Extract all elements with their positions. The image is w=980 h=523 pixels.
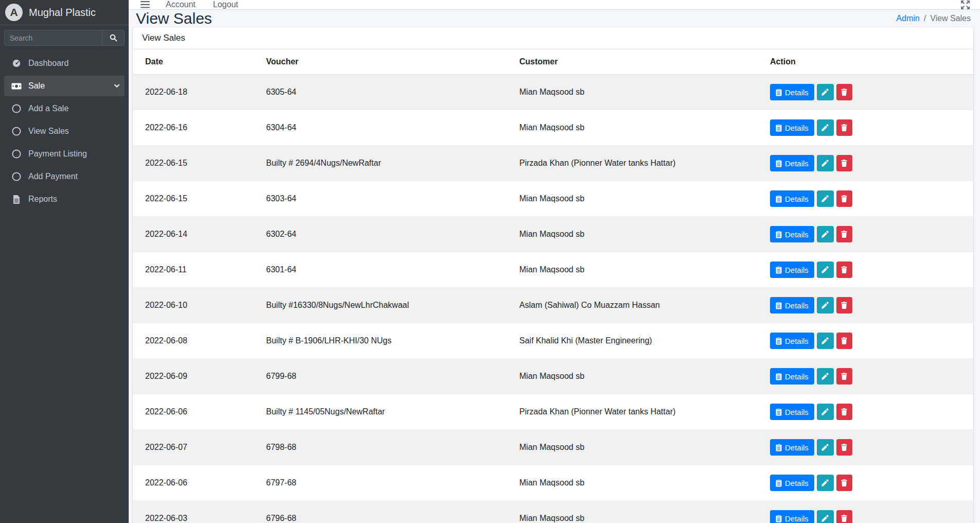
details-button[interactable]: Details [770,262,814,278]
edit-button[interactable] [817,119,834,136]
edit-button[interactable] [817,510,834,523]
delete-button[interactable] [836,84,852,100]
pencil-icon [821,479,829,486]
edit-button[interactable] [817,439,834,456]
details-button[interactable]: Details [770,439,814,456]
pencil-icon [821,515,829,522]
details-button-label: Details [785,159,809,168]
delete-button[interactable] [836,155,852,171]
search-input[interactable] [4,30,102,46]
delete-button[interactable] [836,368,852,385]
search-icon [110,34,117,42]
sidebar-menu: Dashboard Sale Add a Sal [0,53,129,212]
cell-action: Details [758,252,973,288]
clipboard-icon [776,302,782,309]
details-button[interactable]: Details [770,84,814,100]
sidebar-item-sale[interactable]: Sale [4,76,125,96]
pencil-icon [821,160,829,167]
clipboard-icon [776,337,782,345]
view-sales-card: View Sales Date Voucher Customer Action … [133,27,973,523]
delete-button[interactable] [836,190,852,207]
search-button[interactable] [102,30,125,46]
trash-icon [841,515,847,522]
clipboard-icon [776,515,782,522]
edit-button[interactable] [817,84,834,100]
sidebar: A Mughal Plastic Dashboard [0,0,129,523]
navbar-link-account[interactable]: Account [157,0,204,9]
top-navbar: Account Logout [129,0,980,10]
cell-customer: Mian Maqsood sb [507,181,758,217]
breadcrumb-link-admin[interactable]: Admin [896,14,919,23]
table-row: 2022-06-18 6305-64 Mian Maqsood sb Detai… [133,75,973,110]
edit-button[interactable] [817,226,834,242]
details-button[interactable]: Details [770,368,814,385]
expand-arrows-icon[interactable] [961,1,970,9]
header-voucher: Voucher [254,49,507,75]
edit-button[interactable] [817,262,834,278]
trash-icon [841,124,847,131]
cell-action: Details [758,75,973,110]
details-button[interactable]: Details [770,404,814,420]
pencil-icon [821,89,829,96]
cell-voucher: 6304-64 [254,110,507,146]
details-button[interactable]: Details [770,333,814,349]
details-button[interactable]: Details [770,190,814,207]
clipboard-icon [776,408,782,416]
edit-button[interactable] [817,297,834,313]
circle-icon [9,149,24,159]
hamburger-icon[interactable] [141,1,150,8]
sidebar-item-dashboard[interactable]: Dashboard [4,53,125,74]
cell-voucher: 6303-64 [254,181,507,217]
details-button[interactable]: Details [770,510,814,523]
brand[interactable]: A Mughal Plastic [0,0,129,25]
delete-button[interactable] [836,262,852,278]
delete-button[interactable] [836,119,852,136]
trash-icon [841,160,847,167]
edit-button[interactable] [817,368,834,385]
sidebar-item-label: Add Payment [28,172,78,181]
trash-icon [841,266,847,273]
delete-button[interactable] [836,226,852,242]
cell-voucher: 6797-68 [254,465,507,501]
delete-button[interactable] [836,475,852,491]
sidebar-item-payment-listing[interactable]: Payment Listing [4,144,125,164]
cell-date: 2022-06-06 [133,465,254,501]
details-button[interactable]: Details [770,155,814,171]
edit-button[interactable] [817,404,834,420]
edit-button[interactable] [817,190,834,207]
trash-icon [841,302,847,309]
tachometer-icon [9,59,24,67]
edit-button[interactable] [817,475,834,491]
cell-action: Details [758,501,973,523]
delete-button[interactable] [836,297,852,313]
details-button[interactable]: Details [770,297,814,313]
delete-button[interactable] [836,404,852,420]
cell-action: Details [758,430,973,465]
navbar-link-logout[interactable]: Logout [204,0,247,9]
details-button-label: Details [785,88,809,97]
edit-button[interactable] [817,333,834,349]
clipboard-icon [776,124,782,132]
sidebar-item-view-sales[interactable]: View Sales [4,121,125,142]
cell-customer: Mian Maqsood sb [507,252,758,288]
details-button-label: Details [785,337,809,345]
details-button[interactable]: Details [770,119,814,136]
sidebar-item-label: Add a Sale [28,104,68,113]
cell-date: 2022-06-14 [133,217,254,252]
cell-voucher: 6305-64 [254,75,507,110]
sidebar-item-reports[interactable]: Reports [4,189,125,210]
cell-customer: Pirzada Khan (Pionner Water tanks Hattar… [507,394,758,430]
sidebar-item-add-a-sale[interactable]: Add a Sale [4,98,125,119]
clipboard-icon [776,231,782,238]
delete-button[interactable] [836,333,852,349]
delete-button[interactable] [836,439,852,456]
details-button[interactable]: Details [770,226,814,242]
edit-button[interactable] [817,155,834,171]
cell-voucher: Builty # B-1906/LHR-KHI/30 NUgs [254,323,507,359]
table-header-row: Date Voucher Customer Action [133,49,973,75]
delete-button[interactable] [836,510,852,523]
cell-customer: Mian Maqsood sb [507,501,758,523]
cell-action: Details [758,394,973,430]
sidebar-item-add-payment[interactable]: Add Payment [4,166,125,187]
details-button[interactable]: Details [770,475,814,491]
